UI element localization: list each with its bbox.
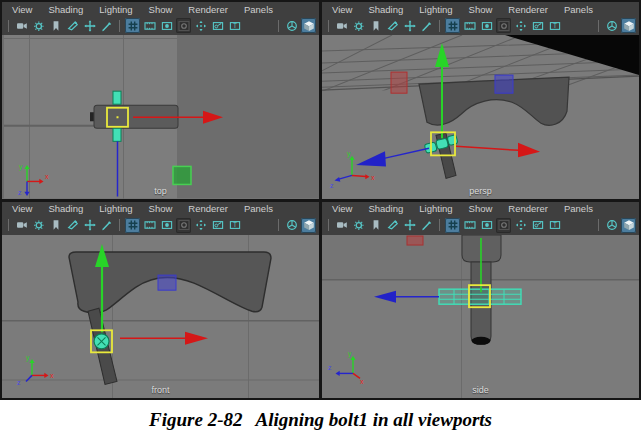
bolt1-object-side[interactable] bbox=[439, 289, 521, 304]
menu-shading[interactable]: Shading bbox=[48, 4, 83, 15]
camera-button[interactable] bbox=[334, 18, 349, 33]
grid-button[interactable] bbox=[445, 218, 460, 233]
menu-shading[interactable]: Shading bbox=[368, 4, 403, 15]
wireframe-sphere-button[interactable] bbox=[604, 18, 619, 33]
menu-view[interactable]: View bbox=[332, 4, 352, 15]
pencil-button[interactable] bbox=[419, 18, 434, 33]
menu-show[interactable]: Show bbox=[469, 203, 493, 214]
gate-mask-button[interactable] bbox=[176, 18, 191, 33]
menu-renderer[interactable]: Renderer bbox=[508, 4, 548, 15]
menu-lighting[interactable]: Lighting bbox=[419, 203, 452, 214]
gear-button[interactable] bbox=[351, 218, 366, 233]
menu-panels[interactable]: Panels bbox=[244, 4, 273, 15]
shaded-cube-button[interactable] bbox=[301, 18, 316, 33]
field-chart-button[interactable] bbox=[513, 218, 528, 233]
viewport-panel-top: View Shading Lighting Show Renderer Pane… bbox=[2, 2, 319, 199]
gate-mask-button[interactable] bbox=[496, 218, 511, 233]
red-marker-face[interactable] bbox=[407, 236, 423, 245]
red-marker-face[interactable] bbox=[391, 72, 407, 93]
blue-marker-face[interactable] bbox=[158, 275, 176, 290]
field-chart-button[interactable] bbox=[193, 218, 208, 233]
field-chart-button[interactable] bbox=[513, 18, 528, 33]
bookmark-button[interactable] bbox=[48, 18, 63, 33]
menu-renderer[interactable]: Renderer bbox=[188, 4, 228, 15]
field-chart-button[interactable] bbox=[193, 18, 208, 33]
move-button[interactable] bbox=[82, 218, 97, 233]
menu-renderer[interactable]: Renderer bbox=[188, 203, 228, 214]
menu-lighting[interactable]: Lighting bbox=[99, 4, 132, 15]
bookmark-button[interactable] bbox=[368, 18, 383, 33]
wireframe-sphere-button[interactable] bbox=[284, 18, 299, 33]
viewport-persp-canvas[interactable]: y x z persp bbox=[322, 35, 639, 199]
gear-button[interactable] bbox=[31, 218, 46, 233]
menu-shading[interactable]: Shading bbox=[368, 203, 403, 214]
light-button[interactable] bbox=[65, 218, 80, 233]
green-marker-face[interactable] bbox=[173, 166, 191, 184]
viewport-front-canvas[interactable]: y x z front bbox=[2, 235, 319, 399]
shaded-cube-button[interactable] bbox=[621, 18, 636, 33]
light-button[interactable] bbox=[385, 18, 400, 33]
bookmark-button[interactable] bbox=[368, 218, 383, 233]
resolution-gate-button[interactable] bbox=[479, 218, 494, 233]
menu-lighting[interactable]: Lighting bbox=[419, 4, 452, 15]
safe-title-button[interactable] bbox=[227, 18, 242, 33]
bolt1-head-front[interactable] bbox=[94, 333, 109, 348]
menu-shading[interactable]: Shading bbox=[48, 203, 83, 214]
resolution-gate-button[interactable] bbox=[159, 218, 174, 233]
axis-x-label: x bbox=[45, 173, 49, 180]
resolution-gate-button[interactable] bbox=[159, 18, 174, 33]
menu-panels[interactable]: Panels bbox=[564, 4, 593, 15]
move-button[interactable] bbox=[402, 18, 417, 33]
grid-button[interactable] bbox=[125, 18, 140, 33]
film-gate-button[interactable] bbox=[462, 218, 477, 233]
film-gate-button[interactable] bbox=[142, 218, 157, 233]
safe-action-button[interactable] bbox=[530, 218, 545, 233]
menu-renderer[interactable]: Renderer bbox=[508, 203, 548, 214]
menu-lighting[interactable]: Lighting bbox=[99, 203, 132, 214]
wireframe-sphere-button[interactable] bbox=[284, 218, 299, 233]
move-button[interactable] bbox=[402, 218, 417, 233]
safe-action-button[interactable] bbox=[210, 18, 225, 33]
wireframe-sphere-button[interactable] bbox=[604, 218, 619, 233]
manipulator-center[interactable] bbox=[117, 116, 119, 118]
gate-mask-button[interactable] bbox=[176, 218, 191, 233]
safe-action-button[interactable] bbox=[530, 18, 545, 33]
move-button[interactable] bbox=[82, 18, 97, 33]
camera-button[interactable] bbox=[334, 218, 349, 233]
pencil-button[interactable] bbox=[99, 18, 114, 33]
gate-mask-button[interactable] bbox=[496, 18, 511, 33]
menu-panels[interactable]: Panels bbox=[244, 203, 273, 214]
menu-view[interactable]: View bbox=[12, 4, 32, 15]
film-gate-button[interactable] bbox=[462, 18, 477, 33]
viewport-side-canvas[interactable]: y z x side bbox=[322, 235, 639, 399]
light-button[interactable] bbox=[65, 18, 80, 33]
film-gate-button[interactable] bbox=[142, 18, 157, 33]
menu-view[interactable]: View bbox=[12, 203, 32, 214]
move-icon bbox=[84, 219, 96, 231]
pencil-button[interactable] bbox=[419, 218, 434, 233]
grid-button[interactable] bbox=[125, 218, 140, 233]
safe-title-button[interactable] bbox=[547, 218, 562, 233]
gear-button[interactable] bbox=[351, 18, 366, 33]
grid-button[interactable] bbox=[445, 18, 460, 33]
safe-action-button[interactable] bbox=[210, 218, 225, 233]
camera-button[interactable] bbox=[14, 218, 29, 233]
safe-title-button[interactable] bbox=[227, 218, 242, 233]
viewport-top-canvas[interactable]: y x z top bbox=[2, 35, 319, 199]
film-gate-icon bbox=[464, 219, 476, 231]
gear-button[interactable] bbox=[31, 18, 46, 33]
resolution-gate-button[interactable] bbox=[479, 18, 494, 33]
blue-marker-face[interactable] bbox=[495, 75, 513, 93]
menu-view[interactable]: View bbox=[332, 203, 352, 214]
bookmark-button[interactable] bbox=[48, 218, 63, 233]
light-button[interactable] bbox=[385, 218, 400, 233]
shaded-cube-button[interactable] bbox=[301, 218, 316, 233]
menu-panels[interactable]: Panels bbox=[564, 203, 593, 214]
menu-show[interactable]: Show bbox=[469, 4, 493, 15]
pencil-button[interactable] bbox=[99, 218, 114, 233]
shaded-cube-button[interactable] bbox=[621, 218, 636, 233]
menu-show[interactable]: Show bbox=[149, 4, 173, 15]
menu-show[interactable]: Show bbox=[149, 203, 173, 214]
camera-button[interactable] bbox=[14, 18, 29, 33]
safe-title-button[interactable] bbox=[547, 18, 562, 33]
